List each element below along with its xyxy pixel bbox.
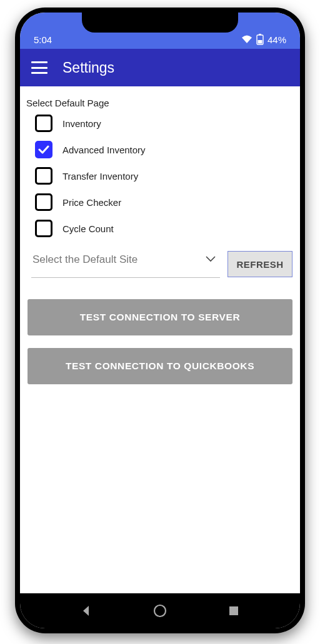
checkbox-price-checker[interactable] (35, 193, 52, 211)
refresh-button-label: REFRESH (236, 259, 283, 270)
nav-back-icon[interactable] (79, 603, 94, 618)
option-label-transfer-inventory: Transfer Inventory (62, 171, 138, 181)
status-time: 5:04 (34, 34, 52, 45)
phone-frame: 5:04 44% Settings (15, 8, 305, 633)
test-server-label: TEST CONNECTION TO SERVER (80, 312, 240, 323)
chevron-down-icon (205, 253, 216, 266)
checkbox-advanced-inventory[interactable] (35, 141, 52, 158)
app-bar: Settings (20, 49, 300, 86)
wifi-icon (241, 35, 252, 44)
status-battery-pct: 44% (268, 34, 286, 45)
default-site-placeholder: Select the Default Site (32, 253, 138, 265)
check-icon (38, 145, 49, 154)
battery-icon (256, 34, 264, 45)
site-row: Select the Default Site REFRESH (31, 251, 292, 278)
page-title: Settings (62, 59, 114, 76)
content: Select Default Page Inventory Advanced I… (20, 86, 300, 593)
menu-icon[interactable] (31, 61, 48, 74)
refresh-button[interactable]: REFRESH (228, 251, 292, 277)
nav-bar (20, 593, 300, 628)
nav-recent-icon[interactable] (226, 603, 241, 618)
test-quickbooks-button[interactable]: TEST CONNECTION TO QUICKBOOKS (28, 348, 292, 384)
svg-point-3 (154, 605, 166, 616)
option-transfer-inventory[interactable]: Transfer Inventory (35, 167, 295, 185)
test-quickbooks-label: TEST CONNECTION TO QUICKBOOKS (66, 360, 254, 372)
option-inventory[interactable]: Inventory (35, 115, 295, 132)
option-label-price-checker: Price Checker (62, 197, 121, 208)
option-cycle-count[interactable]: Cycle Count (35, 220, 295, 237)
option-label-inventory: Inventory (62, 118, 101, 129)
notch (82, 13, 238, 33)
section-label: Select Default Page (26, 98, 295, 108)
checkbox-inventory[interactable] (35, 115, 52, 132)
option-price-checker[interactable]: Price Checker (35, 193, 295, 211)
svg-rect-4 (229, 606, 238, 615)
option-label-advanced-inventory: Advanced Inventory (62, 145, 146, 155)
screen: 5:04 44% Settings (20, 13, 300, 628)
svg-rect-2 (258, 40, 262, 44)
option-label-cycle-count: Cycle Count (62, 223, 114, 234)
status-right: 44% (241, 34, 286, 45)
checkbox-cycle-count[interactable] (35, 220, 52, 237)
nav-home-icon[interactable] (152, 603, 168, 618)
test-server-button[interactable]: TEST CONNECTION TO SERVER (28, 299, 292, 335)
checkbox-transfer-inventory[interactable] (35, 167, 52, 185)
option-advanced-inventory[interactable]: Advanced Inventory (35, 141, 295, 158)
default-site-select[interactable]: Select the Default Site (31, 251, 220, 278)
